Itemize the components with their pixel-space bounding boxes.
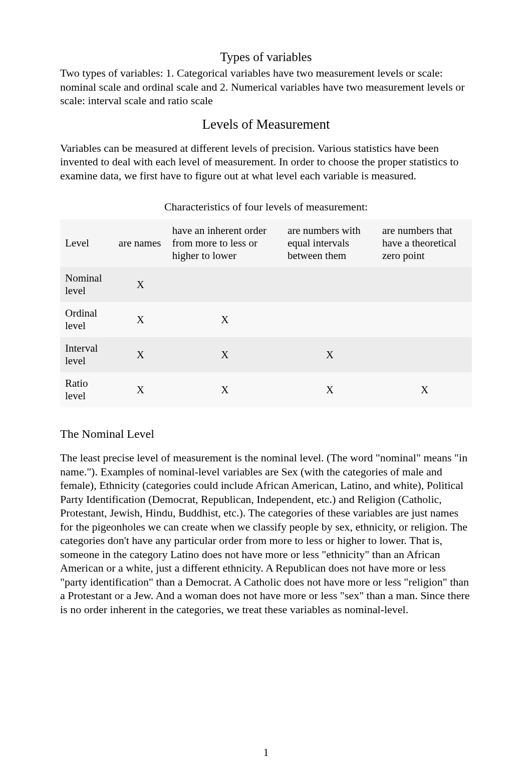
table-cell-label: Interval level <box>60 337 114 372</box>
table-cell-label: Ratio level <box>60 372 114 407</box>
paragraph-levels-intro: Variables can be measured at different l… <box>60 141 472 183</box>
table-row: Interval level X X X <box>60 337 472 372</box>
table-cell-names: X <box>114 337 167 372</box>
table-cell-order: X <box>167 302 283 337</box>
table-cell-intervals <box>283 267 377 302</box>
table-cell-intervals <box>283 302 377 337</box>
paragraph-nominal-body: The least precise level of measurement i… <box>60 451 472 616</box>
table-row: Ratio level X X X X <box>60 372 472 407</box>
table-cell-zero <box>377 267 472 302</box>
table-header-intervals: are numbers with equal intervals between… <box>283 219 377 267</box>
document-page: Types of variables Two types of variable… <box>0 0 532 782</box>
table-row: Nominal level X <box>60 267 472 302</box>
section-title-levels: Levels of Measurement <box>60 117 472 132</box>
table-cell-order: X <box>167 337 283 372</box>
table-cell-names: X <box>114 372 167 407</box>
table-header-level: Level <box>60 219 114 267</box>
page-number: 1 <box>0 746 532 759</box>
table-header-order: have an inherent order from more to less… <box>167 219 283 267</box>
table-cell-zero <box>377 337 472 372</box>
table-header-names: are names <box>114 219 167 267</box>
paragraph-types-intro: Two types of variables: 1. Categorical v… <box>60 66 472 108</box>
table-header-zero: are numbers that have a theoretical zero… <box>377 219 472 267</box>
table-cell-intervals: X <box>283 337 377 372</box>
subsection-title-nominal: The Nominal Level <box>60 427 472 441</box>
section-title-types: Types of variables <box>60 50 472 64</box>
table-caption: Characteristics of four levels of measur… <box>60 200 472 213</box>
table-cell-order <box>167 267 283 302</box>
table-cell-names: X <box>114 267 167 302</box>
levels-table: Level are names have an inherent order f… <box>60 219 472 407</box>
table-cell-names: X <box>114 302 167 337</box>
table-cell-label: Ordinal level <box>60 302 114 337</box>
table-row: Ordinal level X X <box>60 302 472 337</box>
table-cell-zero <box>377 302 472 337</box>
table-cell-order: X <box>167 372 283 407</box>
table-cell-zero: X <box>377 372 472 407</box>
table-cell-intervals: X <box>283 372 377 407</box>
table-cell-label: Nominal level <box>60 267 114 302</box>
table-header-row: Level are names have an inherent order f… <box>60 219 472 267</box>
